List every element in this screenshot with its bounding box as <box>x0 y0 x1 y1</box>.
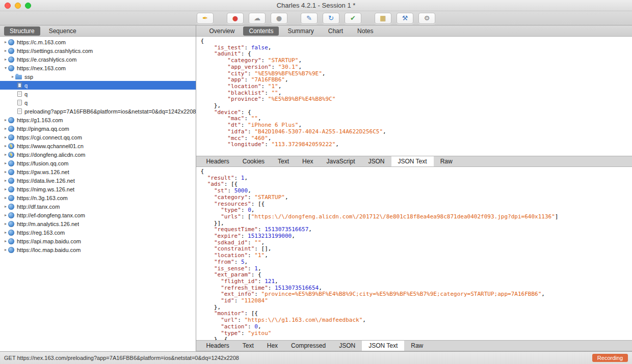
tree-row-label: http://ef-dongfeng.tanx.com <box>17 212 85 218</box>
main-tabbar: OverviewContentsSummaryChartNotes <box>196 25 632 37</box>
response-tab-json-text[interactable]: JSON Text <box>362 341 404 351</box>
disclosure-icon[interactable]: ▸ <box>3 152 8 157</box>
wrench-icon: ⚒ <box>402 15 408 21</box>
sidebar-tab-sequence[interactable]: Sequence <box>43 26 82 36</box>
recording-badge[interactable]: Recording <box>592 354 628 362</box>
disclosure-icon[interactable]: ▸ <box>3 161 8 165</box>
response-tab-raw[interactable]: Raw <box>404 341 430 351</box>
disclosure-icon[interactable]: ▸ <box>3 221 8 226</box>
response-tab-compressed[interactable]: Compressed <box>284 341 332 351</box>
tree-row-label: q <box>24 91 28 97</box>
tree-row[interactable]: ▸https://n.3g.163.com <box>0 193 196 202</box>
disclosure-icon[interactable]: ▸ <box>3 187 8 191</box>
request-tab-json-text[interactable]: JSON Text <box>391 156 434 166</box>
clear-session-button[interactable]: ✒ <box>197 13 214 24</box>
breakpoints-button[interactable]: ● <box>271 13 287 24</box>
json-line: "province": "%E5%B9%BF%E4%B8%9C" <box>200 96 632 103</box>
tree-row[interactable]: ▸https://fusion.qq.com <box>0 159 196 167</box>
toolbar-group: ▦⚒⚙ <box>375 13 435 24</box>
tab-notes[interactable]: Notes <box>352 26 379 36</box>
tree-row[interactable]: ▸https://reg.163.com <box>0 228 196 237</box>
compose-button[interactable]: ✎ <box>301 13 318 24</box>
disclosure-icon[interactable]: ▸ <box>3 48 8 53</box>
tab-summary[interactable]: Summary <box>282 26 319 36</box>
tree-row[interactable]: ▸https://settings.crashlytics.com <box>0 46 196 55</box>
tree-row[interactable]: ▾https://nex.163.com <box>0 64 196 72</box>
disclosure-icon[interactable]: ▸ <box>3 230 8 235</box>
tools-button[interactable]: ▦ <box>375 13 391 24</box>
tab-contents[interactable]: Contents <box>243 26 279 36</box>
tree-row[interactable]: ▸https://nimg.ws.126.net <box>0 185 196 193</box>
tree-row[interactable]: ▸http://m.analytics.126.net <box>0 219 196 228</box>
tree-row[interactable]: ▸https://api.map.baidu.com <box>0 237 196 245</box>
repeat-button[interactable]: ↻ <box>323 13 339 24</box>
request-tab-json[interactable]: JSON <box>361 156 391 166</box>
disclosure-icon[interactable]: ▸ <box>3 135 8 139</box>
tab-chart[interactable]: Chart <box>323 26 349 36</box>
request-tab-hex[interactable]: Hex <box>296 156 320 166</box>
disclosure-icon[interactable]: ▸ <box>3 126 8 131</box>
disclosure-icon[interactable]: ▸ <box>3 239 8 243</box>
disclosure-icon[interactable]: ▸ <box>3 118 8 122</box>
record-icon: ● <box>232 15 238 21</box>
tree-row[interactable]: q <box>0 90 196 98</box>
response-json-pane[interactable]: { "result": 1, "ads": [{ "st": 5000, "ca… <box>196 167 632 340</box>
tree-row[interactable]: ▸https://data.live.126.net <box>0 176 196 185</box>
tree-row[interactable]: ▸https://gw.ws.126.net <box>0 167 196 176</box>
record-button[interactable]: ● <box>227 13 244 24</box>
json-line: "url": "https:\/\/g1.163.com\/madfeedbac… <box>200 317 632 324</box>
sidebar-tree[interactable]: ▸https://c.m.163.com▸https://settings.cr… <box>0 37 196 351</box>
response-tab-text[interactable]: Text <box>236 341 260 351</box>
response-tab-headers[interactable]: Headers <box>199 341 235 351</box>
disclosure-icon[interactable]: ▸ <box>3 57 8 62</box>
disclosure-icon[interactable]: ▸ <box>3 40 8 44</box>
request-tab-raw[interactable]: Raw <box>434 156 459 166</box>
request-tab-headers[interactable]: Headers <box>199 156 235 166</box>
tree-row[interactable]: ▸ϟhttps://www.qchannel01.cn <box>0 142 196 150</box>
tree-row[interactable]: ▸https://cgi.connect.qq.com <box>0 133 196 142</box>
tree-row[interactable]: ▸https://g1.163.com <box>0 116 196 124</box>
globe-icon <box>8 169 14 175</box>
close-button[interactable] <box>5 3 11 9</box>
globe-icon <box>8 160 14 166</box>
disclosure-icon[interactable]: ▸ <box>10 74 15 79</box>
json-line: "urls": ["https:\/\/dongfeng.alicdn.com\… <box>200 214 632 220</box>
tree-row[interactable]: preloading?app=7A16FBB6&platform=ios&net… <box>0 107 196 116</box>
tree-row[interactable]: q <box>0 81 196 90</box>
disclosure-icon[interactable]: ▸ <box>3 195 8 200</box>
tree-row[interactable]: q <box>0 98 196 107</box>
preferences-button[interactable]: ⚙ <box>418 13 435 24</box>
response-tab-hex[interactable]: Hex <box>260 341 284 351</box>
disclosure-icon[interactable]: ▸ <box>3 144 8 148</box>
disclosure-icon[interactable]: ▸ <box>3 178 8 183</box>
minimize-button[interactable] <box>15 3 21 9</box>
tree-row[interactable]: ▸https://c.m.163.com <box>0 38 196 46</box>
tree-row[interactable]: ▸http://pingma.qq.com <box>0 124 196 133</box>
tree-row[interactable]: ▸ssp <box>0 72 196 81</box>
sidebar-tab-structure[interactable]: Structure <box>4 26 40 36</box>
request-tab-cookies[interactable]: Cookies <box>236 156 271 166</box>
throttle-button[interactable]: ☁ <box>249 13 266 24</box>
validate-button[interactable]: ✔ <box>345 13 361 24</box>
proxy-settings-button[interactable]: ⚒ <box>397 13 413 24</box>
globe-icon <box>8 65 14 71</box>
toolbar-group: ●☁● <box>227 13 287 24</box>
json-line: "expire": 1513213199000, <box>200 233 632 240</box>
tree-row[interactable]: ▸https://loc.map.baidu.com <box>0 245 196 254</box>
zoom-button[interactable] <box>25 3 31 9</box>
tree-row[interactable]: ▸ϟhttps://dongfeng.alicdn.com <box>0 150 196 159</box>
disclosure-icon[interactable]: ▸ <box>3 204 8 209</box>
tab-overview[interactable]: Overview <box>203 26 240 36</box>
tree-row[interactable]: ▸http://ef-dongfeng.tanx.com <box>0 211 196 219</box>
tree-row[interactable]: ▸https://e.crashlytics.com <box>0 55 196 64</box>
disclosure-icon[interactable]: ▾ <box>3 66 8 70</box>
check-icon: ✔ <box>350 15 356 21</box>
disclosure-icon[interactable]: ▸ <box>3 213 8 217</box>
disclosure-icon[interactable]: ▸ <box>3 170 8 174</box>
request-tab-text[interactable]: Text <box>271 156 296 166</box>
request-tab-javascript[interactable]: JavaScript <box>320 156 361 166</box>
disclosure-icon[interactable]: ▸ <box>3 247 8 252</box>
tree-row[interactable]: ▸http://df.tanx.com <box>0 202 196 211</box>
request-json-pane[interactable]: { "is_test": false, "adunit": { "categor… <box>196 37 632 156</box>
response-tab-json[interactable]: JSON <box>332 341 362 351</box>
